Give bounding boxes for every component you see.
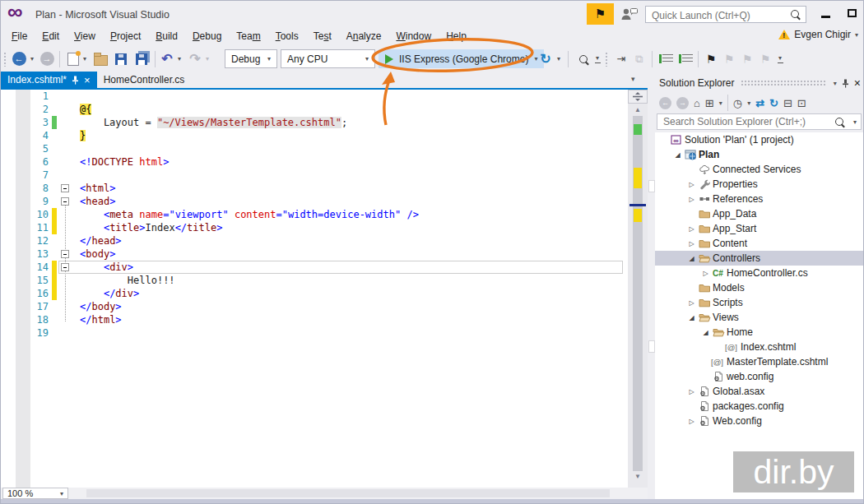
redo-button[interactable]: ↷ [187, 46, 203, 72]
code-line-6[interactable]: 6<!DOCTYPE html> [1, 155, 628, 169]
toolbar-grip[interactable] [3, 52, 7, 67]
expanded-icon[interactable]: ◢ [672, 151, 683, 159]
menu-team[interactable]: Team [229, 27, 267, 46]
menu-window[interactable]: Window [388, 27, 439, 46]
collapsed-icon[interactable]: ▷ [700, 270, 711, 277]
code-line-14[interactable]: 14 <div> [1, 261, 628, 274]
editor-zoom-combo[interactable]: 100 % ▾ [2, 488, 68, 499]
tree-item-app-data[interactable]: App_Data [655, 206, 864, 221]
collapsed-icon[interactable]: ▷ [686, 299, 697, 307]
tree-item-mastertemplate-cshtml[interactable]: [@]MasterTemplate.cshtml [655, 354, 864, 369]
split-editor-handle[interactable] [628, 90, 648, 104]
back-dropdown-caret[interactable]: ▾ [30, 55, 34, 62]
menu-build[interactable]: Build [148, 27, 185, 46]
tree-item-web-config[interactable]: ▷Web.config [655, 414, 864, 428]
code-line-1[interactable]: 1 [1, 90, 628, 103]
quick-launch-input[interactable] [650, 7, 785, 23]
expanded-icon[interactable]: ◢ [686, 255, 697, 262]
close-icon[interactable]: × [854, 76, 861, 90]
scroll-down-icon[interactable]: ▼ [628, 473, 648, 480]
send-feedback-button[interactable] [620, 6, 639, 22]
toolbar-overflow-caret[interactable]: ▾ [778, 54, 783, 63]
code-line-5[interactable]: 5 [1, 142, 628, 155]
solution-explorer-title-bar[interactable]: Solution Explorer ▾ × [655, 75, 864, 91]
code-line-17[interactable]: 17</body> [1, 300, 628, 313]
refresh-button[interactable]: ↻ [537, 46, 554, 72]
menu-help[interactable]: Help [439, 27, 474, 46]
tree-item-properties[interactable]: ▷Properties [655, 177, 864, 192]
toggle-bookmark-button[interactable]: ⚑ [704, 46, 718, 72]
user-account-area[interactable]: Evgen Chigir ▾ [778, 29, 858, 40]
tree-item-controllers[interactable]: ◢Controllers [655, 251, 864, 266]
navigate-to-button[interactable]: ⇥ [613, 46, 629, 72]
save-button[interactable] [113, 46, 129, 72]
menu-analyze[interactable]: Analyze [339, 27, 389, 46]
uncomment-button[interactable] [679, 46, 695, 72]
tree-item-app-start[interactable]: ▷App_Start [655, 221, 864, 236]
tree-item-packages-config[interactable]: packages.config [655, 399, 864, 414]
tree-item-web-config[interactable]: web.config [655, 369, 864, 384]
menu-file[interactable]: File [4, 27, 35, 46]
find-in-files-button[interactable] [575, 46, 592, 72]
collapse-region-icon[interactable] [61, 263, 69, 271]
tree-item-scripts[interactable]: ▷Scripts [655, 295, 864, 310]
back-icon[interactable]: ← [659, 97, 671, 109]
undo-button[interactable]: ↶ [159, 46, 175, 72]
horizontal-scrollbar-thumb[interactable] [86, 489, 610, 497]
copy-button[interactable]: ⧉ [631, 46, 648, 72]
refresh-icon[interactable]: ↻ [769, 97, 778, 109]
open-file-button[interactable] [91, 46, 109, 72]
tree-item-references[interactable]: ▷References [655, 192, 864, 206]
quick-launch-box[interactable] [645, 6, 806, 23]
code-line-7[interactable]: 7 [1, 169, 628, 182]
menu-debug[interactable]: Debug [185, 27, 229, 46]
close-icon[interactable]: × [84, 75, 91, 86]
switch-views-icon[interactable]: ⊞ [705, 97, 714, 109]
code-line-2[interactable]: 2@{ [1, 103, 628, 116]
collapsed-icon[interactable]: ▷ [686, 388, 697, 395]
editor-vertical-scrollbar[interactable]: ▲ ▼ [628, 90, 648, 488]
expanded-icon[interactable]: ◢ [686, 314, 697, 321]
code-line-12[interactable]: 12</head> [1, 234, 628, 247]
solution-explorer-search-box[interactable]: ▾ [657, 113, 862, 130]
pending-changes-filter-icon[interactable]: ◷ [733, 97, 742, 109]
new-file-dropdown-caret[interactable]: ▾ [83, 55, 86, 62]
tree-item-views[interactable]: ◢Views [655, 310, 864, 325]
maximize-button[interactable] [840, 4, 863, 22]
tree-item-index-cshtml[interactable]: [@]Index.cshtml [655, 340, 864, 354]
tab-homecontroller-cs[interactable]: HomeController.cs [97, 72, 192, 88]
code-line-19[interactable]: 19 [1, 326, 628, 340]
menu-edit[interactable]: Edit [35, 27, 67, 46]
tab-well-dropdown-caret[interactable]: ▾ [631, 75, 635, 83]
menu-view[interactable]: View [67, 27, 103, 46]
pin-icon[interactable] [842, 79, 849, 88]
solution-platform-combo[interactable]: Any CPU ▾ [281, 49, 375, 68]
collapse-region-icon[interactable] [61, 250, 69, 258]
tree-item-home[interactable]: ◢Home [655, 325, 864, 340]
collapse-region-icon[interactable] [61, 184, 69, 192]
new-file-button[interactable] [65, 46, 81, 72]
tree-item-models[interactable]: Models [655, 280, 864, 295]
tree-item-solution-plan-1-project-[interactable]: ∞Solution 'Plan' (1 project) [655, 132, 864, 147]
toolbar-grip[interactable] [605, 52, 608, 67]
forward-icon[interactable]: → [676, 97, 689, 109]
code-line-10[interactable]: 10 <meta name="viewport" content="width=… [1, 208, 628, 221]
menu-test[interactable]: Test [306, 27, 339, 46]
switch-views-caret[interactable]: ▾ [719, 99, 722, 107]
collapse-region-icon[interactable] [61, 197, 69, 206]
next-bookmark-button[interactable]: ⚑ [740, 46, 755, 72]
code-line-18[interactable]: 18</html> [1, 313, 628, 326]
code-line-15[interactable]: 15 Hello!!! [1, 274, 628, 287]
undo-dropdown-caret[interactable]: ▾ [178, 55, 181, 62]
sync-with-active-document-icon[interactable]: ⇄ [755, 97, 764, 109]
code-line-16[interactable]: 16 </div> [1, 287, 628, 300]
scroll-up-icon[interactable]: ▲ [628, 106, 648, 113]
code-editor[interactable]: 12@{3 Layout = "~/Views/MasterTemplate.c… [1, 90, 628, 488]
code-line-3[interactable]: 3 Layout = "~/Views/MasterTemplate.cshtm… [1, 116, 628, 129]
refresh-dropdown-caret[interactable]: ▾ [557, 55, 560, 62]
collapsed-icon[interactable]: ▷ [686, 418, 697, 425]
tree-item-content[interactable]: ▷Content [655, 236, 864, 251]
solution-explorer-search-input[interactable] [662, 114, 835, 129]
tree-item-homecontroller-cs[interactable]: ▷C#HomeController.cs [655, 266, 864, 280]
editor-horizontal-scroll-area[interactable]: 100 % ▾ [1, 488, 648, 499]
